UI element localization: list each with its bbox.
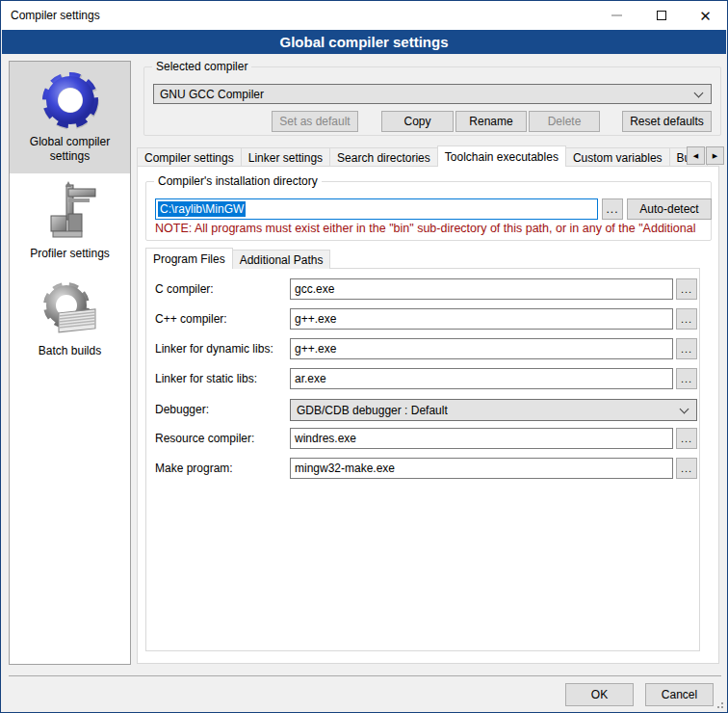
button-label: OK	[591, 688, 608, 701]
settings-category-list: Global compiler settings Profiler settin…	[9, 61, 131, 665]
ellipsis-icon: ...	[681, 283, 692, 295]
button-label: Rename	[469, 115, 512, 128]
tab-program-files[interactable]: Program Files	[145, 248, 233, 269]
caliper-icon	[39, 181, 101, 243]
c-compiler-browse-button[interactable]: ...	[676, 278, 697, 300]
set-as-default-button[interactable]: Set as default	[272, 111, 358, 132]
resource-compiler-label: Resource compiler:	[155, 432, 285, 445]
tab-label: Compiler settings	[144, 151, 234, 165]
tab-additional-paths[interactable]: Additional Paths	[232, 250, 331, 269]
field-value: g++.exe	[295, 342, 336, 356]
selected-compiler-group-title: Selected compiler	[152, 60, 251, 73]
button-label: Reset defaults	[630, 115, 704, 128]
selected-compiler-dropdown[interactable]: GNU GCC Compiler	[153, 84, 712, 104]
button-label: Copy	[403, 115, 430, 128]
sidebar-item-label: Global compiler settings	[13, 135, 126, 164]
arrow-right-icon: ▶	[713, 152, 717, 160]
tab-scroll-right-button[interactable]: ▶	[706, 146, 724, 165]
close-icon: ✕	[699, 9, 712, 23]
sidebar-item-global-compiler-settings[interactable]: Global compiler settings	[10, 62, 130, 173]
make-program-label: Make program:	[155, 462, 285, 475]
sidebar-item-batch-builds[interactable]: Batch builds	[10, 271, 130, 368]
sidebar-item-label: Profiler settings	[13, 247, 126, 261]
tab-custom-variables[interactable]: Custom variables	[565, 147, 670, 167]
delete-button[interactable]: Delete	[529, 111, 600, 132]
tab-search-directories[interactable]: Search directories	[329, 147, 438, 167]
field-value: mingw32-make.exe	[295, 462, 395, 475]
cpp-compiler-input[interactable]: g++.exe	[290, 308, 673, 330]
tab-label: Search directories	[337, 151, 430, 165]
installation-directory-value: C:\raylib\MinGW	[158, 201, 246, 217]
banner-title: Global compiler settings	[279, 34, 448, 50]
ellipsis-icon: ...	[681, 373, 692, 384]
field-value: gcc.exe	[295, 282, 334, 296]
installation-directory-group-title: Compiler's installation directory	[154, 174, 322, 188]
linker-static-label: Linker for static libs:	[155, 372, 285, 385]
installation-directory-note: NOTE: All programs must exist either in …	[155, 222, 712, 235]
linker-dynamic-label: Linker for dynamic libs:	[155, 342, 285, 356]
minimize-icon	[611, 14, 622, 16]
ellipsis-icon: ...	[681, 343, 692, 355]
cpp-compiler-browse-button[interactable]: ...	[676, 308, 697, 330]
compiler-settings-dialog: Compiler settings ✕ Global compiler sett…	[0, 0, 728, 713]
tab-label: Toolchain executables	[445, 150, 559, 164]
maximize-button[interactable]	[639, 1, 683, 30]
linker-static-input[interactable]: ar.exe	[290, 368, 673, 389]
banner: Global compiler settings	[2, 30, 726, 54]
button-label: Auto-detect	[639, 202, 698, 216]
blue-gear-icon	[39, 69, 101, 131]
sidebar-item-profiler-settings[interactable]: Profiler settings	[10, 173, 130, 271]
footer-separator	[9, 675, 721, 676]
field-value: windres.exe	[295, 432, 356, 445]
cpp-compiler-label: C++ compiler:	[155, 312, 285, 326]
reset-defaults-button[interactable]: Reset defaults	[622, 111, 712, 132]
tab-label: Custom variables	[573, 151, 663, 165]
linker-static-browse-button[interactable]: ...	[676, 368, 697, 389]
installation-directory-browse-button[interactable]: ...	[602, 198, 623, 220]
chevron-down-icon	[694, 88, 704, 97]
compiler-settings-tabbar: Compiler settings Linker settings Search…	[137, 145, 708, 167]
sidebar-item-label: Batch builds	[13, 344, 126, 358]
selected-compiler-value: GNU GCC Compiler	[160, 88, 264, 101]
cancel-button[interactable]: Cancel	[645, 683, 714, 706]
copy-button[interactable]: Copy	[381, 111, 454, 132]
linker-dynamic-browse-button[interactable]: ...	[676, 338, 697, 359]
installation-directory-input[interactable]: C:\raylib\MinGW	[155, 198, 598, 220]
tab-compiler-settings[interactable]: Compiler settings	[137, 147, 242, 167]
title-bar[interactable]: Compiler settings ✕	[1, 1, 727, 30]
button-label: Delete	[548, 115, 582, 128]
program-files-tabbar: Program Files Additional Paths	[145, 249, 330, 269]
ellipsis-icon: ...	[681, 433, 692, 444]
tab-label: Program Files	[153, 252, 225, 266]
debugger-dropdown[interactable]: GDB/CDB debugger : Default	[290, 399, 697, 421]
tab-toolchain-executables[interactable]: Toolchain executables	[437, 145, 566, 167]
ellipsis-icon: ...	[606, 202, 618, 216]
tab-linker-settings[interactable]: Linker settings	[241, 147, 330, 167]
close-button[interactable]: ✕	[684, 1, 727, 30]
maximize-icon	[657, 11, 666, 20]
c-compiler-input[interactable]: gcc.exe	[290, 278, 673, 300]
tab-label: Additional Paths	[240, 253, 324, 267]
ok-button[interactable]: OK	[565, 683, 634, 706]
resource-compiler-input[interactable]: windres.exe	[290, 428, 673, 449]
ellipsis-icon: ...	[681, 462, 692, 474]
ellipsis-icon: ...	[681, 313, 692, 325]
minimize-button[interactable]	[595, 1, 638, 30]
c-compiler-label: C compiler:	[155, 282, 285, 296]
debugger-label: Debugger:	[155, 403, 285, 416]
auto-detect-button[interactable]: Auto-detect	[627, 198, 712, 220]
make-program-input[interactable]: mingw32-make.exe	[290, 458, 673, 479]
make-program-browse-button[interactable]: ...	[676, 458, 697, 479]
rename-button[interactable]: Rename	[455, 111, 527, 132]
tab-label: Linker settings	[248, 151, 323, 165]
field-value: GDB/CDB debugger : Default	[297, 404, 448, 417]
resource-compiler-browse-button[interactable]: ...	[676, 428, 697, 449]
tab-scroll-left-button[interactable]: ◀	[687, 146, 705, 165]
linker-dynamic-input[interactable]: g++.exe	[290, 338, 673, 359]
window-title: Compiler settings	[11, 9, 100, 22]
gray-gear-stack-icon	[39, 278, 101, 340]
arrow-left-icon: ◀	[693, 152, 698, 160]
resize-grip[interactable]	[715, 700, 724, 709]
field-value: g++.exe	[295, 312, 336, 326]
button-label: Cancel	[662, 688, 697, 701]
